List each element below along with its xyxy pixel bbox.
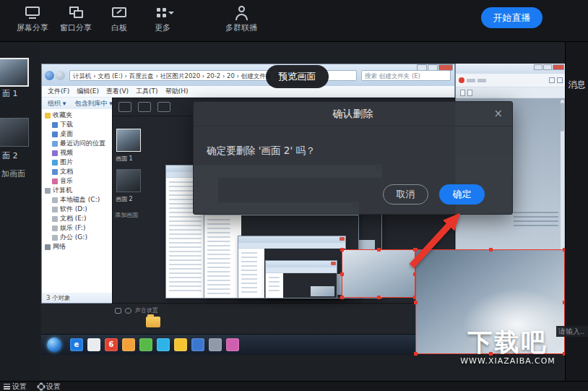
tree-item-icon	[52, 225, 58, 231]
logo-icon	[459, 77, 464, 83]
tree-item: 收藏夹	[42, 111, 113, 120]
confirm-delete-dialog: 确认删除 × 确定要删除 '画面 2' 吗？ 取消 确定	[193, 101, 513, 215]
settings-button[interactable]: 设置	[38, 382, 61, 391]
close-icon	[553, 64, 564, 70]
tree-item-icon	[52, 207, 58, 212]
whiteboard-icon	[157, 102, 170, 112]
add-scene-button[interactable]: 加画面	[1, 168, 25, 179]
selection-handle[interactable]	[340, 272, 344, 276]
menu-item: 工具(T)	[136, 87, 158, 96]
page-icon	[460, 90, 465, 96]
tool-icon	[66, 6, 85, 21]
minimize-icon	[534, 64, 542, 70]
gear-icon	[38, 384, 44, 390]
menu-bar: 文件(F)编辑(E)查看(V)工具(T)帮助(H)	[42, 86, 454, 98]
close-icon	[331, 262, 336, 265]
close-icon[interactable]: ×	[493, 107, 503, 120]
toolbar-button[interactable]: 更多	[143, 4, 182, 33]
menu-item: 文件(F)	[48, 87, 69, 96]
toolbar-button[interactable]: 窗口分享	[56, 4, 95, 33]
chat-input[interactable]: 请输入..	[556, 326, 588, 337]
tree-item-icon	[52, 216, 58, 222]
selection-handle[interactable]	[340, 296, 344, 299]
tree-item: 音乐	[42, 176, 113, 186]
page-icon	[467, 90, 472, 96]
tool-icon	[110, 6, 129, 21]
tree-item-icon	[52, 141, 58, 147]
selection-handle[interactable]	[414, 301, 418, 304]
tree-item-icon	[52, 197, 58, 203]
toolbar-button[interactable]: 屏幕分享	[13, 4, 52, 33]
nav-buttons	[45, 71, 65, 80]
tree-item-icon	[52, 179, 58, 184]
speaker-icon	[125, 308, 131, 314]
tool-label: 白板	[100, 22, 139, 33]
dialog-title: 确认删除	[194, 102, 512, 126]
settings-left-button[interactable]: 设置	[4, 382, 27, 391]
menu-item: 编辑(E)	[77, 87, 99, 96]
maximize-icon	[543, 64, 552, 70]
watermark-url: www.xiazaiba.com	[446, 356, 569, 366]
tool-icon	[23, 6, 42, 21]
mic-icon	[115, 308, 121, 314]
folder-tree: 收藏夹 下载 桌面 最近访问的位置	[42, 109, 113, 293]
taskbar-icon	[209, 338, 222, 351]
taskbar-icon: e	[70, 338, 83, 351]
sliders-icon	[4, 384, 10, 390]
app-window: 计算机 › 文档 (E:) › 百度云盘 › 社区图片2020 › 20-2 ›…	[0, 0, 588, 391]
watermark: 下载吧 www.xiazaiba.com	[446, 327, 569, 366]
toolbar-button[interactable]: 白板	[100, 4, 139, 33]
tree-item: 最近访问的位置	[42, 139, 113, 148]
menu-item: 查看(V)	[106, 87, 129, 96]
tree-item: 办公 (G:)	[42, 233, 113, 242]
text-placeholder	[514, 212, 558, 226]
tree-item: 文档 (E:)	[42, 214, 113, 223]
tree-item: 计算机	[42, 186, 113, 195]
annotation-arrow-icon	[390, 201, 477, 273]
tool-icon	[153, 6, 172, 21]
tree-item: 本地磁盘 (C:)	[42, 195, 113, 205]
selection-handle[interactable]	[377, 248, 381, 252]
tree-placeholder	[238, 249, 265, 298]
tool-label: 屏幕分享	[13, 22, 52, 33]
selection-handle[interactable]	[414, 352, 418, 356]
menu-item: 帮助(H)	[165, 87, 189, 96]
toolbar-placeholder	[467, 79, 475, 82]
tool-label: 窗口分享	[56, 22, 95, 33]
tree-placeholder	[266, 273, 284, 298]
captured-scene-thumbnail-2	[116, 169, 141, 192]
tool-label: 更多	[143, 22, 182, 33]
tree-item-icon	[45, 188, 51, 194]
start-orb-icon	[47, 338, 61, 352]
tree-item-icon	[52, 169, 58, 175]
messages-tab[interactable]: 消息	[566, 79, 588, 91]
selection-handle[interactable]	[340, 248, 344, 252]
toolbar-button[interactable]: 多群联播	[217, 4, 265, 33]
window-share-icon	[138, 102, 151, 112]
viewer-toolbar-2	[456, 87, 566, 98]
scene-thumbnail-1[interactable]	[0, 58, 29, 87]
selection-handle[interactable]	[489, 248, 493, 252]
scene-label-1: 面 1	[2, 88, 18, 99]
selection-handle[interactable]	[377, 296, 381, 299]
cascade-window	[265, 260, 337, 298]
image-placeholder	[311, 286, 335, 296]
tree-item-icon	[52, 122, 58, 128]
tree-item-icon	[52, 132, 58, 137]
tree-item: 软件 (D:)	[42, 205, 113, 214]
captured-scene-label-2: 画面 2	[116, 195, 133, 203]
viewer-window-controls	[534, 64, 564, 70]
viewer-titlebar	[456, 64, 566, 74]
start-live-button[interactable]: 开始直播	[481, 7, 542, 28]
tree-placeholder	[204, 215, 242, 298]
screen-share-icon	[118, 102, 131, 112]
tree-item: 桌面	[42, 129, 113, 139]
taskbar-icon	[139, 338, 152, 351]
scene-thumbnail-2[interactable]	[0, 118, 29, 147]
watermark-name: 下载吧	[446, 327, 569, 356]
close-icon	[340, 237, 345, 241]
viewer-toolbar	[456, 74, 566, 87]
taskbar-icon	[226, 338, 239, 351]
explorer-address-band: 计算机 › 文档 (E:) › 百度云盘 › 社区图片2020 › 20-2 ›…	[42, 64, 454, 86]
tree-item: 视频	[42, 148, 113, 158]
